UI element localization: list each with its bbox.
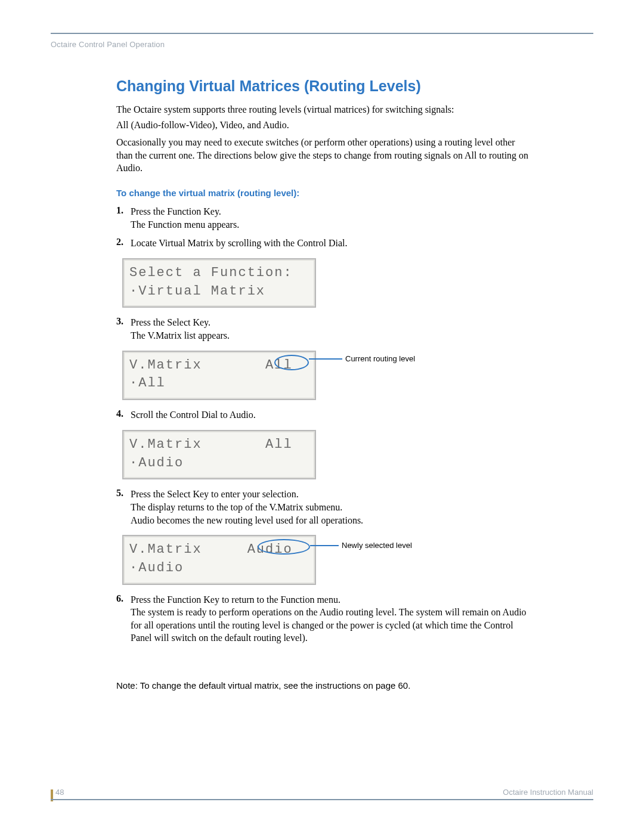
step-item: 6. Press the Function Key to return to t…: [116, 593, 534, 645]
intro-line-2: All (Audio-follow-Video), Video, and Aud…: [116, 119, 534, 132]
step-item: 3. Press the Select Key. The V.Matrix li…: [116, 316, 534, 342]
step-text: Audio becomes the new routing level used…: [131, 514, 534, 527]
header-breadcrumb: Octaire Control Panel Operation: [51, 40, 593, 49]
step-text: Locate Virtual Matrix by scrolling with …: [131, 237, 534, 250]
lcd-line: Select a Function:: [129, 265, 293, 280]
step-text: The Function menu appears.: [131, 218, 534, 231]
step-text: Scroll the Control Dial to Audio.: [131, 408, 534, 422]
step-list: 6. Press the Function Key to return to t…: [116, 593, 534, 645]
intro-line-3: Occasionally you may need to execute swi…: [116, 136, 534, 175]
step-item: 4. Scroll the Control Dial to Audio.: [116, 408, 534, 422]
step-list: 5. Press the Select Key to enter your se…: [116, 488, 534, 527]
step-number: 3.: [116, 316, 131, 342]
page-number: 48: [51, 788, 64, 799]
step-number: 6.: [116, 593, 131, 645]
step-list: 1. Press the Function Key. The Function …: [116, 205, 534, 250]
step-list: 3. Press the Select Key. The V.Matrix li…: [116, 316, 534, 342]
procedure-subhead: To change the virtual matrix (routing le…: [116, 188, 534, 198]
callout-line-icon: [310, 545, 339, 546]
step-number: 1.: [116, 205, 131, 231]
lcd-line: ·Virtual Matrix: [129, 284, 265, 299]
manual-title: Octaire Instruction Manual: [503, 788, 593, 799]
step-text: Press the Function Key to return to the …: [131, 593, 534, 606]
callout-label: Current routing level: [345, 354, 415, 363]
step-text: Press the Select Key to enter your selec…: [131, 488, 534, 501]
page-content: Octaire Control Panel Operation Changing…: [51, 33, 593, 690]
note-text: Note: To change the default virtual matr…: [116, 680, 534, 690]
section-title: Changing Virtual Matrices (Routing Level…: [116, 78, 534, 95]
step-list: 4. Scroll the Control Dial to Audio.: [116, 408, 534, 422]
page-footer: 48 Octaire Instruction Manual: [51, 788, 593, 800]
callout-label: Newly selected level: [342, 541, 412, 550]
callout-oval-icon: [258, 539, 310, 555]
step-text: The system is ready to perform operation…: [131, 606, 534, 645]
step-number: 5.: [116, 488, 131, 527]
callout-oval-icon: [274, 355, 309, 370]
lcd-line: ·Audio: [129, 456, 184, 470]
lcd-line: V.Matrix All: [129, 358, 293, 373]
callout-line-icon: [309, 358, 342, 360]
step-number: 2.: [116, 237, 131, 250]
lcd-line: ·Audio: [129, 561, 184, 575]
lcd-display: V.Matrix All ·Audio: [122, 430, 316, 480]
step-text: The display returns to the top of the V.…: [131, 501, 534, 514]
lcd-line: ·All: [129, 376, 166, 391]
lcd-display: Select a Function: ·Virtual Matrix: [122, 258, 316, 308]
step-text: Press the Select Key.: [131, 316, 534, 329]
intro-line-1: The Octaire system supports three routin…: [116, 103, 534, 116]
step-item: 2. Locate Virtual Matrix by scrolling wi…: [116, 237, 534, 250]
step-item: 1. Press the Function Key. The Function …: [116, 205, 534, 231]
step-text: The V.Matrix list appears.: [131, 329, 534, 342]
step-item: 5. Press the Select Key to enter your se…: [116, 488, 534, 527]
step-number: 4.: [116, 408, 131, 422]
lcd-line: V.Matrix All: [129, 437, 293, 452]
header-rule: [51, 33, 593, 34]
step-text: Press the Function Key.: [131, 205, 534, 218]
